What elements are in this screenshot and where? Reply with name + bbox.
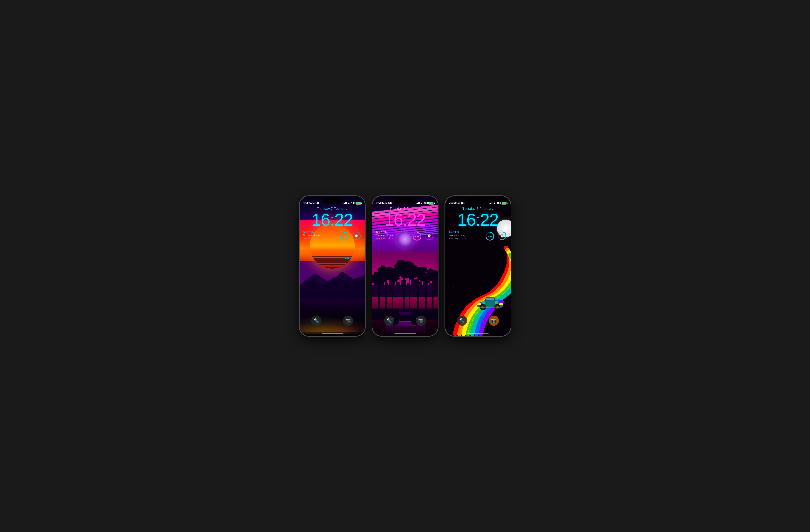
svg-rect-75 bbox=[477, 303, 481, 305]
camera-icon-3: 📷 bbox=[491, 318, 496, 323]
dynamic-island-2 bbox=[395, 198, 415, 204]
steps-widget-2[interactable]: 2,495 bbox=[412, 231, 422, 241]
status-icons-2: ▲ 100 bbox=[416, 201, 434, 205]
phone-3-screen: vodafone UK ▲ 100 bbox=[445, 196, 511, 336]
home-indicator-1 bbox=[322, 333, 343, 334]
camera-icon-1: 📷 bbox=[345, 318, 351, 323]
ring-widgets-2: 2,495 ⌚ bbox=[412, 231, 434, 242]
widget-clear-1: Your day is clear bbox=[303, 237, 337, 240]
phone-2-frame: vodafone UK ▲ 100 bbox=[372, 195, 438, 337]
svg-rect-84 bbox=[478, 307, 502, 308]
signal-icon-2 bbox=[416, 202, 420, 204]
home-indicator-2 bbox=[394, 333, 416, 334]
carrier-1: vodafone UK bbox=[304, 201, 319, 205]
widget-date-1: Tue 7 Feb bbox=[303, 231, 337, 233]
bottom-buttons-3: 🔦 📷 bbox=[445, 316, 511, 326]
calendar-widget-2[interactable]: Tue 7 Feb No events today Your day is cl… bbox=[376, 231, 410, 240]
wifi-icon-3: ▲ bbox=[493, 201, 496, 205]
flashlight-button-3[interactable]: 🔦 bbox=[457, 316, 467, 326]
wifi-icon-2: ▲ bbox=[421, 201, 423, 205]
svg-rect-22 bbox=[378, 279, 380, 320]
flashlight-icon-3: 🔦 bbox=[459, 318, 465, 323]
widget-date-3: Tue 7 Feb bbox=[449, 231, 483, 233]
ring-widgets-1: 2,495 ⌚ bbox=[339, 231, 361, 242]
battery-3: 100 bbox=[497, 202, 506, 205]
svg-rect-72 bbox=[483, 301, 485, 304]
steps-ring-1 bbox=[339, 231, 349, 241]
status-icons-3: ▲ 100 bbox=[489, 201, 506, 205]
bottom-buttons-2: 🔦 📷 bbox=[372, 316, 438, 326]
steps-widget-3[interactable]: 2,495 bbox=[485, 231, 495, 241]
flashlight-icon-2: 🔦 bbox=[387, 318, 392, 323]
phone-2: vodafone UK ▲ 100 bbox=[372, 195, 438, 337]
overlay-ui-2: vodafone UK ▲ 100 bbox=[372, 196, 438, 243]
time-2: 16:22 bbox=[372, 211, 438, 229]
camera-button-3[interactable]: 📷 bbox=[489, 316, 499, 326]
overlay-ui-3: vodafone UK ▲ 100 bbox=[445, 196, 511, 243]
flashlight-button-2[interactable]: 🔦 bbox=[384, 316, 394, 326]
widget-event-3: No events today bbox=[449, 234, 483, 237]
steps-num-3: 2,495 bbox=[488, 236, 492, 237]
flashlight-button-1[interactable]: 🔦 bbox=[311, 316, 322, 326]
watch-ring-1: ⌚ bbox=[351, 231, 361, 241]
time-1: 16:22 bbox=[299, 211, 365, 229]
time-3: 16:22 bbox=[445, 211, 511, 229]
calendar-widget-3[interactable]: Tue 7 Feb No events today Your day is cl… bbox=[449, 231, 483, 240]
steps-num-2: 2,495 bbox=[415, 236, 419, 237]
phone-1-screen: vodafone UK ▲ 100 bbox=[299, 196, 365, 336]
camera-icon-2: 📷 bbox=[418, 318, 423, 323]
widgets-2: Tue 7 Feb No events today Your day is cl… bbox=[372, 229, 438, 243]
camera-button-1[interactable]: 📷 bbox=[343, 316, 353, 326]
phone-3-frame: vodafone UK ▲ 100 bbox=[444, 195, 511, 337]
home-indicator-3 bbox=[467, 333, 489, 334]
svg-text:⌚: ⌚ bbox=[427, 234, 431, 238]
svg-rect-76 bbox=[499, 303, 503, 305]
phone-3: vodafone UK ▲ 100 bbox=[444, 195, 511, 337]
phone-1: vodafone UK ▲ 100 bbox=[299, 195, 366, 337]
widget-clear-2: Your day is clear bbox=[376, 237, 410, 240]
dynamic-island-3 bbox=[468, 198, 488, 204]
steps-count-1: 2,495 bbox=[345, 258, 349, 260]
widget-event-2: No events today bbox=[376, 234, 410, 237]
watch-widget-1[interactable]: ⌚ bbox=[351, 231, 361, 242]
bottom-buttons-1: 🔦 📷 bbox=[299, 316, 365, 326]
calendar-widget-1[interactable]: Tue 7 Feb No events today Your day is cl… bbox=[303, 231, 337, 240]
carrier-3: vodafone UK bbox=[449, 201, 465, 205]
flashlight-icon-1: 🔦 bbox=[314, 318, 319, 323]
svg-rect-55 bbox=[432, 275, 434, 320]
signal-icon-1 bbox=[343, 202, 347, 204]
widgets-3: Tue 7 Feb No events today Your day is cl… bbox=[445, 229, 511, 243]
svg-rect-73 bbox=[495, 301, 498, 304]
phone-2-screen: vodafone UK ▲ 100 bbox=[372, 196, 438, 336]
widget-clear-3: Your day is clear bbox=[449, 237, 483, 240]
steps-widget-1[interactable]: 2,495 bbox=[339, 231, 349, 241]
dynamic-island bbox=[323, 198, 342, 204]
svg-text:⌚: ⌚ bbox=[500, 234, 504, 238]
steps-label-1: 2,495 bbox=[342, 234, 346, 236]
carrier-2: vodafone UK bbox=[376, 201, 392, 205]
camera-button-2[interactable]: 📷 bbox=[416, 316, 426, 326]
widget-event-1: No events today bbox=[303, 234, 337, 237]
watch-widget-2[interactable]: ⌚ bbox=[424, 231, 434, 242]
retro-car bbox=[475, 295, 505, 310]
watch-widget-3[interactable]: ⌚ bbox=[497, 231, 507, 242]
wifi-icon-1: ▲ bbox=[348, 201, 350, 205]
status-icons-1: ▲ 100 bbox=[343, 201, 361, 205]
signal-icon-3 bbox=[489, 202, 492, 204]
svg-text:⌚: ⌚ bbox=[354, 234, 358, 238]
overlay-ui: vodafone UK ▲ 100 bbox=[299, 196, 365, 243]
phone-1-frame: vodafone UK ▲ 100 bbox=[299, 195, 366, 337]
widget-date-2: Tue 7 Feb bbox=[376, 231, 410, 233]
svg-rect-51 bbox=[425, 278, 427, 320]
ring-widgets-3: 2,495 ⌚ bbox=[485, 231, 507, 242]
widgets-1: Tue 7 Feb No events today Your day is cl… bbox=[299, 229, 365, 243]
battery-2: 100 bbox=[424, 202, 434, 205]
battery-1: 100 bbox=[351, 202, 361, 205]
